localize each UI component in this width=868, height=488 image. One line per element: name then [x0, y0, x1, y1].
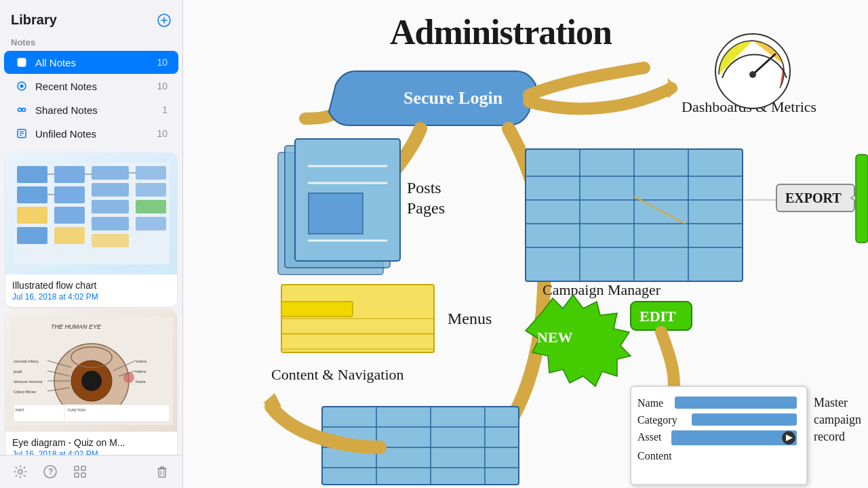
sidebar-item-recent-notes[interactable]: Recent Notes 10 [4, 75, 178, 98]
unfiled-notes-count: 10 [157, 128, 167, 139]
svg-rect-24 [54, 227, 85, 244]
note-date-eye: Jul 16, 2018 at 4:02 PM [12, 449, 170, 455]
svg-text:fovea: fovea [136, 380, 146, 384]
svg-point-87 [749, 71, 756, 78]
svg-text:pupil: pupil [14, 369, 22, 373]
unfiled-notes-label: Unfiled Notes [35, 128, 150, 140]
svg-rect-30 [136, 166, 166, 180]
svg-rect-58 [14, 405, 170, 422]
svg-text:Master: Master [814, 396, 848, 409]
svg-rect-75 [81, 473, 85, 477]
svg-text:Posts: Posts [407, 179, 441, 197]
svg-point-8 [20, 85, 24, 88]
svg-text:Content & Navigation: Content & Navigation [271, 366, 404, 383]
svg-rect-5 [19, 62, 24, 63]
svg-rect-6 [19, 64, 22, 65]
all-notes-label: All Notes [35, 57, 150, 68]
svg-text:THE HUMAN EYE: THE HUMAN EYE [51, 323, 102, 330]
svg-text:Pages: Pages [407, 199, 445, 217]
note-card-eye-diagram[interactable]: THE HUMAN EYE [5, 310, 177, 455]
svg-text:PART: PART [16, 408, 24, 412]
svg-rect-29 [92, 234, 129, 247]
svg-rect-26 [92, 183, 129, 197]
svg-rect-33 [136, 217, 166, 230]
svg-rect-27 [92, 200, 129, 214]
svg-text:Ciliary fibres: Ciliary fibres [14, 390, 36, 394]
svg-rect-95 [309, 193, 363, 234]
note-title-eye: Eye diagram - Quiz on M... [12, 437, 170, 448]
svg-text:EXPORT: EXPORT [785, 190, 842, 205]
svg-point-69 [18, 470, 22, 474]
svg-rect-118 [281, 302, 353, 317]
svg-point-42 [81, 371, 102, 391]
svg-point-9 [18, 108, 22, 112]
sidebar-title: Library [11, 12, 57, 28]
svg-rect-22 [54, 186, 85, 203]
svg-text:retina: retina [136, 369, 146, 373]
add-note-icon[interactable] [157, 13, 172, 28]
sidebar-item-unfiled-notes[interactable]: Unfiled Notes 10 [4, 122, 178, 145]
svg-text:campaign: campaign [814, 413, 861, 426]
note-info-eye: Eye diagram - Quiz on M... Jul 16, 2018 … [5, 432, 177, 455]
svg-rect-28 [92, 217, 129, 230]
svg-text:Name: Name [637, 397, 663, 409]
settings-icon[interactable] [11, 462, 30, 481]
svg-text:Campaign Manager: Campaign Manager [542, 281, 661, 298]
grid-icon[interactable] [71, 462, 90, 481]
svg-text:vitreous humour: vitreous humour [14, 380, 43, 384]
recent-notes-label: Recent Notes [35, 81, 150, 92]
shared-notes-label: Shared Notes [35, 104, 155, 116]
unfiled-notes-icon [15, 127, 28, 140]
trash-icon[interactable] [153, 462, 172, 481]
diagram-canvas[interactable]: Administration Secure Login Dashboards &… [183, 0, 868, 488]
note-title-flow: Illustrated flow chart [12, 280, 170, 291]
svg-text:corneal ciliary: corneal ciliary [14, 359, 39, 363]
all-notes-count: 10 [157, 57, 167, 68]
all-notes-icon [15, 56, 28, 69]
sidebar-item-shared-notes[interactable]: Shared Notes 1 [4, 98, 178, 121]
svg-rect-23 [54, 207, 85, 224]
note-info-flow: Illustrated flow chart Jul 16, 2018 at 4… [5, 274, 177, 307]
note-date-flow: Jul 16, 2018 at 4:02 PM [12, 292, 170, 302]
svg-rect-20 [17, 227, 47, 244]
spacer [100, 462, 142, 481]
sidebar-bottom-toolbar: ? [0, 455, 182, 488]
note-thumbnail-eye: THE HUMAN EYE [5, 310, 177, 432]
svg-rect-32 [136, 200, 166, 214]
nav-section-label: Notes [0, 33, 182, 50]
svg-rect-19 [17, 207, 47, 224]
svg-rect-73 [81, 466, 85, 470]
svg-text:Secure Login: Secure Login [403, 88, 503, 108]
svg-rect-125 [675, 396, 797, 409]
sidebar-header: Library [0, 0, 182, 33]
svg-point-44 [123, 372, 134, 383]
note-thumbnail-flow [5, 152, 177, 274]
svg-text:NEW: NEW [537, 329, 573, 346]
svg-rect-76 [159, 469, 165, 477]
svg-text:sclera: sclera [136, 359, 147, 363]
svg-text:FUNCTION: FUNCTION [68, 408, 85, 412]
svg-text:Menus: Menus [448, 310, 492, 327]
main-content: Administration Secure Login Dashboards &… [183, 0, 868, 488]
svg-rect-129 [671, 430, 797, 445]
nav-items: All Notes 10 Recent Notes 10 Shared Note… [0, 50, 182, 146]
sidebar-item-all-notes[interactable]: All Notes 10 [4, 51, 178, 74]
svg-text:Asset: Asset [637, 431, 662, 443]
svg-text:?: ? [48, 467, 53, 476]
svg-text:Content: Content [637, 450, 672, 462]
svg-rect-21 [54, 166, 85, 183]
recent-notes-count: 10 [157, 81, 167, 92]
recent-notes-icon [15, 79, 28, 93]
svg-point-10 [22, 108, 26, 112]
notes-list: Illustrated flow chart Jul 16, 2018 at 4… [0, 146, 182, 455]
svg-rect-4 [19, 60, 24, 61]
help-icon[interactable]: ? [41, 462, 60, 481]
shared-notes-count: 1 [162, 104, 167, 115]
svg-rect-72 [75, 466, 79, 470]
svg-rect-74 [75, 473, 79, 477]
note-card-flow-chart[interactable]: Illustrated flow chart Jul 16, 2018 at 4… [5, 152, 177, 307]
svg-rect-18 [17, 186, 47, 203]
svg-rect-17 [17, 166, 47, 183]
svg-rect-144 [856, 155, 868, 243]
svg-text:EDIT: EDIT [639, 308, 676, 325]
